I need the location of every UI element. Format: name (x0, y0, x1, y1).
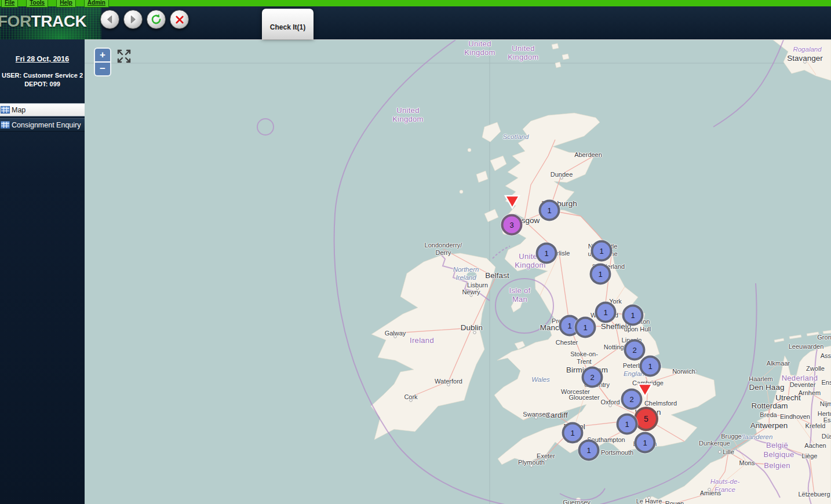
red-triangle-pin-icon (636, 382, 654, 398)
red-triangle-pin-icon (504, 194, 521, 210)
forward-button[interactable] (123, 10, 143, 29)
map-panel[interactable]: United KingdomUnited KingdomUnited Kingd… (85, 39, 831, 504)
cluster-marker[interactable]: 1 (536, 243, 557, 264)
cluster-marker[interactable]: 1 (591, 240, 613, 262)
menu-item-file[interactable]: File (1, 0, 18, 8)
tab-check-it[interactable]: Check It(1) (262, 9, 314, 39)
fortrack-logo: FORTRACK (0, 12, 86, 31)
sidebar-item-consignment-enquiry[interactable]: Consignment Enquiry (0, 118, 85, 132)
cluster-marker[interactable]: 1 (622, 305, 644, 326)
session-user: USER: Customer Service 2 (0, 72, 85, 79)
close-button[interactable] (170, 10, 189, 29)
refresh-icon (150, 13, 162, 25)
cluster-marker[interactable]: 1 (562, 422, 584, 444)
table-icon (1, 121, 10, 129)
sidebar-item-label: Consignment Enquiry (12, 121, 81, 129)
sidebar-item-label: Map (12, 106, 25, 114)
map-base-layer (85, 40, 831, 504)
cluster-marker[interactable]: 1 (575, 317, 596, 338)
forward-arrow-icon (127, 14, 138, 25)
cluster-marker[interactable]: 1 (635, 432, 656, 454)
cluster-marker[interactable]: 1 (640, 356, 661, 377)
fullscreen-button[interactable] (115, 48, 133, 65)
expand-arrows-icon (115, 48, 133, 65)
pin-marker[interactable] (636, 382, 654, 398)
cluster-marker[interactable]: 2 (582, 367, 603, 388)
session-date: Fri 28 Oct, 2016 (0, 55, 85, 63)
cluster-marker[interactable]: 2 (624, 339, 646, 361)
tab-label: Check It(1) (270, 23, 305, 31)
cluster-marker[interactable]: 1 (539, 200, 560, 221)
session-depot: DEPOT: 099 (0, 81, 85, 87)
sidebar-item-map[interactable]: Map (0, 103, 85, 116)
table-icon (1, 106, 10, 114)
cluster-marker[interactable]: 1 (590, 264, 611, 285)
map-zoom-control: + − (94, 48, 111, 76)
cluster-marker[interactable]: 1 (617, 414, 638, 435)
refresh-button[interactable] (147, 10, 166, 29)
zoom-out-button[interactable]: − (95, 63, 110, 75)
nav-buttons (100, 10, 189, 29)
zoom-in-button[interactable]: + (95, 49, 110, 63)
menu-item-help[interactable]: Help (56, 0, 76, 8)
menu-item-admin[interactable]: Admin (84, 0, 109, 8)
header: FORTRACK Check It(1) (0, 6, 831, 39)
logo-text-track: TRACK (31, 12, 87, 30)
back-arrow-icon (104, 14, 115, 25)
sidebar: Fri 28 Oct, 2016 USER: Customer Service … (0, 39, 85, 504)
cluster-marker[interactable]: 1 (578, 440, 600, 461)
menu-item-tools[interactable]: Tools (26, 0, 48, 8)
back-button[interactable] (100, 10, 119, 29)
menu-bar: FileToolsHelpAdmin (0, 0, 831, 6)
close-icon (174, 14, 185, 25)
sidebar-menu: MapConsignment Enquiry (0, 103, 85, 132)
logo-text-for: FOR (0, 12, 31, 30)
cluster-marker[interactable]: 1 (595, 302, 617, 323)
pin-marker[interactable] (504, 194, 521, 210)
cluster-marker[interactable]: 5 (634, 407, 658, 431)
cluster-marker[interactable]: 3 (501, 214, 523, 236)
